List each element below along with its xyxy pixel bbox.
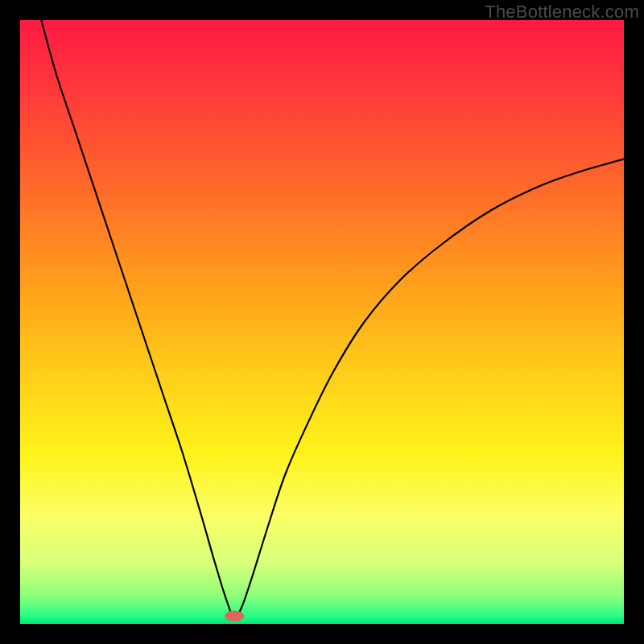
chart-frame: [20, 20, 624, 624]
watermark-text: TheBottleneck.com: [485, 2, 639, 23]
gradient-background: [20, 20, 624, 624]
min-marker: [225, 611, 244, 622]
bottleneck-chart: [20, 20, 624, 624]
